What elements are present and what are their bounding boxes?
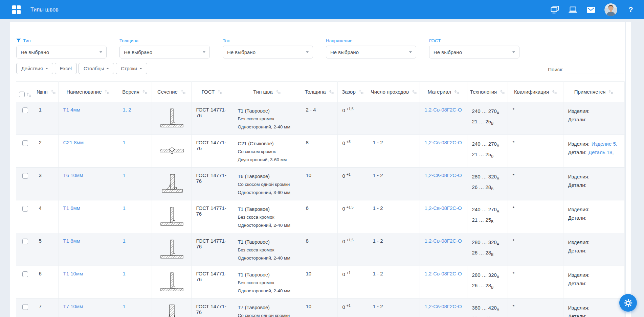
sort-icon[interactable] [454,89,459,94]
version-link[interactable]: 1 [123,238,126,244]
row-checkbox[interactable] [22,239,28,244]
seam-name-link[interactable]: Т1 6мм [63,205,81,211]
cell-thickness: 10 [301,266,337,299]
filter-select-3[interactable]: Не выбрано [326,46,416,58]
seam-name-link[interactable]: Т6 10мм [63,172,83,178]
mail-icon[interactable] [586,6,595,14]
column-header-12: Применяется [563,82,624,102]
sort-icon[interactable] [217,89,222,94]
toolbar-button-3[interactable]: Строки [116,63,147,74]
material-link[interactable]: 1,2-Св-08Г2С-О [425,172,462,178]
cell-checkbox [16,299,34,317]
cell-applies: Изделия: Детали: [563,102,624,135]
table-row: 3 Т6 10мм 1 ГОСТ 14771-76 Т6 (Тавровое) … [16,168,624,200]
column-header-0: №пп [34,82,58,102]
tech-range: 26 … 28В [472,281,504,292]
filter-select-0[interactable]: Не выбрано [16,46,107,58]
row-checkbox[interactable] [22,107,28,113]
applies-products: Изделия: [568,303,620,312]
scrollbar-track[interactable] [626,22,631,317]
filter-select-2[interactable]: Не выбрано [223,46,313,58]
cell-passes: 1 - 2 [368,299,420,317]
applies-details: Детали:Деталь 18, [568,148,620,156]
select-all-checkbox[interactable] [19,92,25,97]
row-checkbox[interactable] [22,173,28,179]
version-link[interactable]: 1 [123,140,126,145]
cell-material: 1,2-Св-08Г2С-О [420,102,467,135]
search-input[interactable] [567,66,624,73]
row-checkbox[interactable] [22,304,28,310]
seam-edge: Без скоса кромок [238,246,297,254]
material-link[interactable]: 1,2-Св-08Г2С-О [425,107,462,113]
select-value: Не выбрано [330,49,359,55]
laptop-icon[interactable] [569,6,577,14]
cell-gost: ГОСТ 14771-76 [191,299,233,317]
seam-sides: Односторонний, 3-60 мм [238,189,297,197]
version-link[interactable]: 1 [123,271,126,276]
row-checkbox[interactable] [22,271,28,277]
sort-icon[interactable] [180,89,185,94]
material-link[interactable]: 1,2-Св-08Г2С-О [425,303,462,309]
seam-edge: Без скоса кромок [238,213,297,221]
column-label: Технология [470,89,497,95]
cell-seam-type: С21 (Стыковое) Со скосом кромок Двусторо… [233,135,301,168]
cell-applies: Изделия: Детали: [563,299,624,317]
cell-version: 1 [118,299,152,317]
seam-sides: Односторонний, 2-40 мм [238,221,297,229]
displays-icon[interactable] [551,6,559,14]
material-link[interactable]: 1,2-Св-08Г2С-О [425,271,462,276]
sort-icon[interactable] [329,89,334,94]
sort-icon[interactable] [142,89,147,94]
toolbar-button-2[interactable]: Столбцы [79,63,114,74]
cell-applies: Изделия:Изделие 5, Детали:Деталь 18, [563,135,624,168]
column-header-6: Толщина [301,82,337,102]
toolbar-button-0[interactable]: Действия [16,63,53,74]
row-checkbox[interactable] [22,140,28,146]
table-row: 6 Т1 10мм 1 ГОСТ 14771-76 Т1 (Тавровое) … [16,266,624,299]
material-link[interactable]: 1,2-Св-08Г2С-О [425,205,462,211]
seam-name-link[interactable]: С21 8мм [63,140,84,145]
tech-range: 26 … 28В [472,183,504,193]
product-link[interactable]: Изделие 5, [592,141,617,147]
cell-section [152,200,191,233]
settings-fab[interactable] [619,294,637,312]
sort-icon[interactable] [412,89,417,94]
version-link[interactable]: 1 [123,303,126,309]
sort-icon[interactable] [26,92,31,97]
sort-icon[interactable] [104,89,109,94]
cell-material: 1,2-Св-08Г2С-О [420,200,467,233]
sort-icon[interactable] [358,89,363,94]
seam-name-link[interactable]: Т1 10мм [63,271,83,276]
column-label: Зазор [342,89,356,95]
page-title: Типы швов [30,7,59,13]
help-icon[interactable]: ? [626,6,635,14]
version-link[interactable]: 1 [123,172,126,178]
sort-icon[interactable] [50,89,55,94]
cell-technology: 280 … 320А26 … 28В [467,168,508,200]
filter-select-1[interactable]: Не выбрано [119,46,210,58]
seam-name-link[interactable]: Т7 10мм [63,303,83,309]
detail-link[interactable]: Деталь 18, [589,149,614,155]
cell-material: 1,2-Св-08Г2С-О [420,233,467,266]
version-link[interactable]: 1 [123,205,126,211]
avatar[interactable] [604,3,617,16]
table-header-row: №пп Наименование Версия Сечение ГОСТ Тип… [16,82,624,102]
sort-icon[interactable] [499,89,505,94]
filter-select-4[interactable]: Не выбрано [429,46,519,58]
column-label: Тип шва [253,89,272,95]
material-link[interactable]: 1,2-Св-08Г2С-О [425,238,462,244]
chevron-down-icon [106,68,109,69]
toolbar-button-1[interactable]: Excel [55,63,77,74]
sort-icon[interactable] [275,89,281,94]
tech-range: 38 … 40В [472,314,504,317]
seam-name-link[interactable]: Т1 8мм [63,238,81,244]
apps-grid-icon[interactable] [12,5,21,14]
sort-icon[interactable] [552,89,557,94]
version-link[interactable]: 1, 2 [123,107,131,113]
cell-thickness: 8 [301,135,337,168]
sort-icon[interactable] [608,89,613,94]
row-checkbox[interactable] [22,206,28,212]
cell-material: 1,2-Св-08Г2С-О [420,135,467,168]
material-link[interactable]: 1,2-Св-08Г2С-О [425,140,462,145]
seam-name-link[interactable]: Т1 4мм [63,107,81,113]
